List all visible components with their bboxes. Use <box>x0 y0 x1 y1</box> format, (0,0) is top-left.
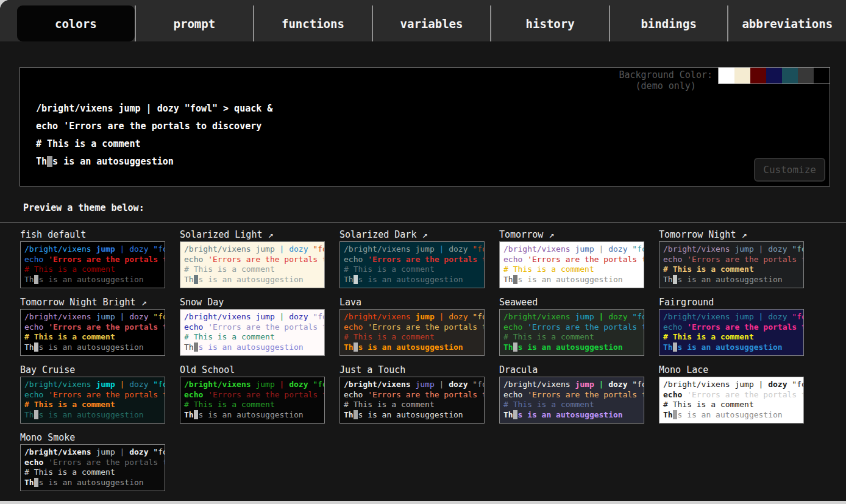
theme-title-dracula[interactable]: Dracula <box>499 364 659 377</box>
theme-preview-tomorrow[interactable]: /bright/vixens jump | dozy "fowl" > quac… <box>499 241 644 288</box>
theme-title-old-school[interactable]: Old School <box>180 364 339 377</box>
theme-title-seaweed[interactable]: Seaweed <box>499 296 659 309</box>
theme-title-tomorrow-night-bright[interactable]: Tomorrow Night Bright ↗ <box>20 296 180 309</box>
code-segment: jump <box>575 380 599 389</box>
tab-history[interactable]: history <box>490 5 609 41</box>
theme-title-solarized-light[interactable]: Solarized Light ↗ <box>180 229 339 241</box>
bg-swatch-cream[interactable] <box>734 68 750 83</box>
theme-title-fairground[interactable]: Fairground <box>659 296 819 309</box>
tab-functions[interactable]: functions <box>253 5 372 41</box>
code-segment: Th <box>24 410 34 419</box>
theme-cell-bay-cruise: Bay Cruise/bright/vixens jump | dozy "fo… <box>20 364 180 431</box>
theme-title-tomorrow-night[interactable]: Tomorrow Night ↗ <box>659 229 819 241</box>
external-link-icon[interactable]: ↗ <box>543 229 554 240</box>
code-segment: | <box>280 244 290 254</box>
theme-preview-solarized-dark[interactable]: /bright/vixens jump | dozy "fowl" > quac… <box>339 241 485 288</box>
theme-title-just-a-touch[interactable]: Just a Touch <box>339 364 499 377</box>
terminal-preview: /bright/vixens jump | dozy "fowl" > quac… <box>36 100 272 171</box>
theme-line-2: echo 'Errors are the portals to discover… <box>503 255 640 265</box>
theme-preview-bay-cruise[interactable]: /bright/vixens jump | dozy "fowl" > quac… <box>20 377 165 424</box>
code-segment: 'Errors are the portals to discovery <box>48 322 165 332</box>
tab-prompt[interactable]: prompt <box>135 5 254 41</box>
theme-line-3: # This is a comment <box>503 332 640 343</box>
theme-title-snow-day[interactable]: Snow Day <box>180 296 339 309</box>
code-segment: /bright/vixens <box>184 312 255 321</box>
theme-title-mono-lace[interactable]: Mono Lace <box>659 364 819 377</box>
theme-title-fish-default[interactable]: fish default <box>20 229 180 241</box>
theme-preview-mono-lace[interactable]: /bright/vixens jump | dozy "fowl" > quac… <box>659 377 804 424</box>
theme-line-2: echo 'Errors are the portals to discover… <box>24 322 161 333</box>
external-link-icon[interactable]: ↗ <box>736 229 747 240</box>
theme-title-bay-cruise[interactable]: Bay Cruise <box>20 364 180 377</box>
theme-preview-seaweed[interactable]: /bright/vixens jump | dozy "fowl" > quac… <box>499 309 644 356</box>
code-segment: s is an autosuggestion <box>38 410 143 419</box>
theme-preview-fish-default[interactable]: /bright/vixens jump | dozy "fowl" > quac… <box>20 241 165 288</box>
tab-abbreviations[interactable]: abbreviations <box>727 5 846 41</box>
code-segment: dozy <box>608 380 632 389</box>
code-segment: dozy <box>449 380 472 389</box>
code-segment: 'Errors are the portals to discovery <box>208 255 325 264</box>
external-link-icon[interactable]: ↗ <box>262 229 273 240</box>
theme-line-4: This is an autosuggestion <box>184 410 321 421</box>
theme-line-1: /bright/vixens jump | dozy "fowl" > quac… <box>184 312 321 322</box>
bg-swatch-charcoal[interactable] <box>798 68 814 83</box>
bg-swatch-white[interactable] <box>719 68 734 83</box>
bg-swatch-teal[interactable] <box>782 68 798 83</box>
code-segment: | <box>759 312 769 321</box>
bg-swatch-maroon[interactable] <box>750 68 766 83</box>
code-segment: "fowl" > quack & <box>472 312 485 321</box>
theme-line-3: # This is a comment <box>24 332 161 343</box>
theme-preview-tomorrow-night[interactable]: /bright/vixens jump | dozy "fowl" > quac… <box>659 241 804 288</box>
theme-name: Solarized Dark <box>339 229 416 240</box>
theme-line-1: /bright/vixens jump | dozy "fowl" > quac… <box>24 447 161 458</box>
code-segment: jump <box>96 244 119 254</box>
code-segment: Th <box>344 410 354 419</box>
bg-swatch-black[interactable] <box>814 68 830 83</box>
theme-preview-mono-smoke[interactable]: /bright/vixens jump | dozy "fowl" > quac… <box>20 444 165 491</box>
theme-title-solarized-dark[interactable]: Solarized Dark ↗ <box>339 229 499 241</box>
theme-preview-tomorrow-night-bright[interactable]: /bright/vixens jump | dozy "fowl" > quac… <box>20 309 165 356</box>
theme-cell-fish-default: fish default/bright/vixens jump | dozy "… <box>20 229 180 296</box>
code-segment: Th <box>24 478 34 487</box>
code-segment: Th <box>503 275 513 284</box>
theme-preview-just-a-touch[interactable]: /bright/vixens jump | dozy "fowl" > quac… <box>339 377 485 424</box>
theme-preview-solarized-light[interactable]: /bright/vixens jump | dozy "fowl" > quac… <box>180 241 325 288</box>
theme-line-2: echo 'Errors are the portals to discover… <box>24 390 161 400</box>
code-segment: # This is a comment <box>184 332 275 341</box>
theme-preview-fairground[interactable]: /bright/vixens jump | dozy "fowl" > quac… <box>659 309 804 356</box>
theme-line-1: /bright/vixens jump | dozy "fowl" > quac… <box>344 312 480 322</box>
theme-line-3: # This is a comment <box>663 264 800 275</box>
autosuggestion-text: s is an autosuggestion <box>52 156 174 167</box>
code-segment: 'Errors are the portals to discovery <box>208 390 325 399</box>
code-segment: Th <box>503 343 513 352</box>
theme-line-4: This is an autosuggestion <box>24 410 161 421</box>
tab-bindings[interactable]: bindings <box>609 5 728 41</box>
code-segment: jump <box>255 380 279 389</box>
tab-variables[interactable]: variables <box>372 5 491 41</box>
theme-preview-lava[interactable]: /bright/vixens jump | dozy "fowl" > quac… <box>339 309 485 356</box>
theme-preview-dracula[interactable]: /bright/vixens jump | dozy "fowl" > quac… <box>499 377 644 424</box>
theme-name: Tomorrow <box>499 229 543 240</box>
code-segment: # This is a comment <box>24 264 115 274</box>
external-link-icon[interactable]: ↗ <box>136 297 147 308</box>
external-link-icon[interactable]: ↗ <box>416 229 427 240</box>
theme-line-2: echo 'Errors are the portals to discover… <box>663 255 800 265</box>
theme-line-1: /bright/vixens jump | dozy "fowl" > quac… <box>344 244 480 255</box>
theme-preview-snow-day[interactable]: /bright/vixens jump | dozy "fowl" > quac… <box>180 309 325 356</box>
theme-line-4: This is an autosuggestion <box>663 275 800 285</box>
code-segment: jump <box>575 244 599 254</box>
code-segment: | <box>439 380 449 389</box>
theme-title-mono-smoke[interactable]: Mono Smoke <box>20 431 180 444</box>
tab-colors[interactable]: colors <box>17 5 135 41</box>
theme-name: Fairground <box>659 297 714 308</box>
code-segment: | <box>599 244 609 254</box>
code-segment: echo <box>184 255 208 264</box>
bg-swatch-navy[interactable] <box>766 68 782 83</box>
theme-preview-old-school[interactable]: /bright/vixens jump | dozy "fowl" > quac… <box>180 377 325 424</box>
code-segment: # This is a comment <box>503 400 594 409</box>
code-segment: jump <box>96 312 119 321</box>
theme-title-lava[interactable]: Lava <box>339 296 499 309</box>
theme-line-1: /bright/vixens jump | dozy "fowl" > quac… <box>663 380 800 390</box>
customize-button[interactable]: Customize <box>754 158 825 182</box>
theme-title-tomorrow[interactable]: Tomorrow ↗ <box>499 229 659 241</box>
